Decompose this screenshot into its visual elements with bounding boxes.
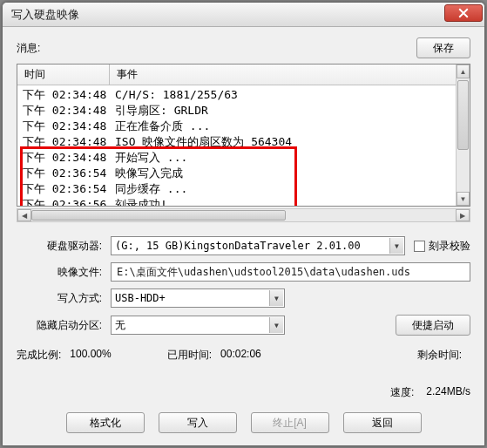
image-file-value: E:\桌面文件\udashen\udstool2015\data\udashen…: [117, 265, 410, 280]
scroll-left-arrow-icon[interactable]: ◀: [17, 209, 31, 221]
scroll-thumb[interactable]: [457, 80, 469, 150]
dialog-window: 写入硬盘映像 消息: 保存 时间 事件 下午 02:34:48C/H/S: 18…: [2, 2, 485, 446]
col-header-time[interactable]: 时间: [17, 64, 110, 85]
col-header-event[interactable]: 事件: [110, 64, 470, 85]
log-row[interactable]: 下午 02:34:48C/H/S: 1881/255/63: [17, 87, 470, 103]
verify-checkbox[interactable]: 刻录校验: [414, 239, 470, 254]
titlebar: 写入硬盘映像: [3, 3, 484, 27]
status-row: 完成比例: 100.00% 已用时间: 00:02:06 剩余时间:: [17, 348, 470, 363]
log-row[interactable]: 下午 02:36:54映像写入完成: [17, 166, 470, 181]
speed-value: 2.24MB/s: [426, 385, 470, 400]
scroll-down-arrow-icon[interactable]: ▼: [457, 192, 470, 206]
image-file-label: 映像文件:: [17, 265, 111, 280]
back-button[interactable]: 返回: [343, 412, 422, 433]
window-title: 写入硬盘映像: [11, 7, 444, 23]
chevron-down-icon[interactable]: ▼: [389, 238, 403, 254]
log-listview[interactable]: 时间 事件 下午 02:34:48C/H/S: 1881/255/63 下午 0…: [17, 64, 470, 207]
drive-row: 硬盘驱动器: (G:, 15 GB)KingstonDataTraveler 2…: [17, 236, 470, 255]
log-row[interactable]: 下午 02:36:54同步缓存 ...: [17, 181, 470, 197]
write-mode-label: 写入方式:: [17, 291, 111, 306]
close-icon: [458, 8, 469, 18]
image-file-row: 映像文件: E:\桌面文件\udashen\udstool2015\data\u…: [17, 262, 470, 282]
log-row[interactable]: 下午 02:34:48正在准备介质 ...: [17, 119, 470, 134]
content-area: 消息: 保存 时间 事件 下午 02:34:48C/H/S: 1881/255/…: [3, 27, 484, 442]
speed-label: 速度:: [390, 385, 414, 400]
close-button[interactable]: [444, 4, 483, 22]
chevron-down-icon[interactable]: ▼: [269, 317, 283, 333]
format-button[interactable]: 格式化: [66, 412, 145, 433]
drive-label: 硬盘驱动器:: [17, 239, 111, 254]
messages-label: 消息:: [17, 41, 408, 56]
hidden-boot-value: 无: [115, 318, 125, 333]
progress-label: 完成比例:: [17, 348, 61, 363]
write-mode-value: USB-HDD+: [115, 292, 166, 304]
image-file-field[interactable]: E:\桌面文件\udashen\udstool2015\data\udashen…: [111, 262, 470, 282]
horizontal-scrollbar[interactable]: ◀ ▶: [17, 208, 470, 222]
vertical-scrollbar[interactable]: ▲ ▼: [456, 64, 470, 206]
form-area: 硬盘驱动器: (G:, 15 GB)KingstonDataTraveler 2…: [17, 236, 470, 433]
write-mode-combo[interactable]: USB-HDD+ ▼: [111, 288, 285, 308]
save-button[interactable]: 保存: [416, 37, 470, 58]
remain-label: 剩余时间:: [417, 348, 462, 363]
write-button[interactable]: 写入: [159, 412, 237, 433]
messages-header-row: 消息: 保存: [17, 37, 470, 58]
progress-value: 100.00%: [70, 348, 111, 363]
scroll-right-arrow-icon[interactable]: ▶: [456, 209, 470, 221]
verify-label: 刻录校验: [429, 239, 470, 254]
log-row[interactable]: 下午 02:36:56刻录成功!: [17, 197, 470, 207]
abort-button[interactable]: 终止[A]: [251, 412, 329, 433]
chevron-down-icon[interactable]: ▼: [269, 290, 283, 306]
scroll-thumb[interactable]: [31, 210, 286, 221]
log-row[interactable]: 下午 02:34:48开始写入 ...: [17, 150, 470, 166]
checkbox-box-icon: [414, 241, 425, 252]
elapsed-label: 已用时间:: [167, 348, 212, 363]
log-header: 时间 事件: [17, 64, 470, 85]
drive-value: (G:, 15 GB)KingstonDataTraveler 2.01.00: [115, 240, 361, 252]
log-row[interactable]: 下午 02:34:48ISO 映像文件的扇区数为 564304: [17, 134, 470, 150]
speed-row: 速度: 2.24MB/s: [17, 385, 470, 400]
log-body: 下午 02:34:48C/H/S: 1881/255/63 下午 02:34:4…: [17, 85, 470, 207]
bottom-button-bar: 格式化 写入 终止[A] 返回: [17, 412, 470, 433]
elapsed-value: 00:02:06: [220, 348, 261, 363]
write-mode-row: 写入方式: USB-HDD+ ▼: [17, 288, 470, 308]
hidden-boot-combo[interactable]: 无 ▼: [111, 316, 285, 335]
drive-combo[interactable]: (G:, 15 GB)KingstonDataTraveler 2.01.00 …: [111, 236, 405, 255]
quick-boot-button[interactable]: 便捷启动: [396, 315, 470, 336]
log-row[interactable]: 下午 02:34:48引导扇区: GRLDR: [17, 103, 470, 119]
hidden-boot-row: 隐藏启动分区: 无 ▼ 便捷启动: [17, 315, 470, 336]
hidden-boot-label: 隐藏启动分区:: [17, 318, 111, 333]
scroll-up-arrow-icon[interactable]: ▲: [457, 64, 470, 78]
scroll-track[interactable]: [31, 209, 456, 221]
